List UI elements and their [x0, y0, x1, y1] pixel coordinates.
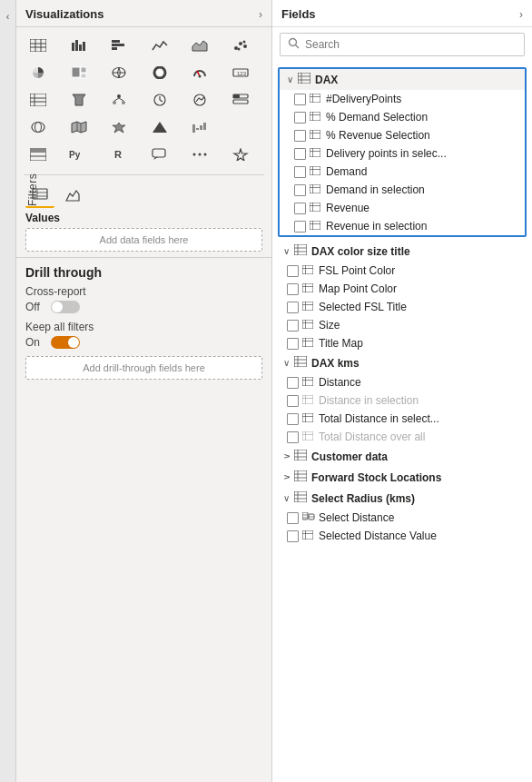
field-delivery-selec[interactable]: Delivery points in selec... [280, 144, 525, 163]
svg-rect-78 [310, 94, 320, 103]
viz-icon-line[interactable] [145, 33, 174, 58]
field-checkbox[interactable] [287, 413, 299, 425]
field-checkbox[interactable] [294, 112, 306, 124]
viz-icon-bar[interactable] [64, 33, 94, 58]
field-select-distance[interactable]: Select Distance [272, 509, 532, 527]
dax-group-header[interactable]: ∨ DAX [280, 69, 525, 90]
field-distance[interactable]: Distance [272, 373, 532, 391]
add-drill-fields-box[interactable]: Add drill-through fields here [25, 356, 262, 380]
field-checkbox[interactable] [287, 283, 299, 295]
dax-color-group-header[interactable]: ∨ DAX color size title [272, 241, 532, 262]
field-total-distance[interactable]: Total Distance in select... [272, 410, 532, 428]
svg-point-34 [117, 94, 121, 98]
search-icon [288, 37, 300, 52]
svg-rect-96 [310, 203, 320, 212]
svg-rect-18 [72, 67, 80, 77]
viz-icon-more[interactable] [185, 142, 214, 167]
field-checkbox[interactable] [294, 221, 306, 233]
keep-filters-toggle[interactable] [51, 336, 80, 349]
add-data-fields-box[interactable]: Add data fields here [25, 228, 262, 252]
viz-icon-globe[interactable] [24, 114, 53, 140]
viz-icon-table[interactable] [24, 33, 53, 58]
field-measure-icon [302, 320, 315, 331]
field-label: Selected Distance Value [319, 530, 437, 542]
analytics-icon[interactable] [58, 183, 87, 208]
viz-icon-nav[interactable] [145, 114, 174, 140]
viz-icon-r[interactable]: R [104, 142, 133, 167]
field-distance-selection[interactable]: Distance in selection [272, 391, 532, 410]
viz-icon-py[interactable]: Py [64, 142, 94, 167]
fields-list: ∨ DAX #DeliveryPoints % Demand Selec [272, 62, 532, 782]
viz-icon-pie[interactable] [24, 60, 53, 85]
field-revenue-selection[interactable]: % Revenue Selection [280, 126, 525, 144]
field-map-point-color[interactable]: Map Point Color [272, 280, 532, 298]
field-selected-fsl-title[interactable]: Selected FSL Title [272, 298, 532, 316]
field-checkbox[interactable] [287, 302, 299, 313]
field-demand-in-selection[interactable]: Demand in selection [280, 181, 525, 199]
viz-icon-shape-map[interactable] [104, 114, 133, 140]
viz-icon-funnel[interactable] [64, 87, 94, 113]
field-checkbox[interactable] [287, 377, 299, 389]
field-checkbox[interactable] [294, 184, 306, 196]
viz-icon-filled-map[interactable] [64, 114, 94, 140]
dax-kms-group-header[interactable]: ∨ DAX kms [272, 352, 532, 373]
drill-through-title: Drill through [25, 265, 262, 280]
field-demand[interactable]: Demand [280, 163, 525, 181]
keep-filters-label: Keep all filters [25, 321, 262, 333]
svg-point-15 [243, 45, 247, 48]
field-revenue-in-selection[interactable]: Revenue in selection [280, 217, 525, 235]
viz-icon-donut[interactable] [145, 60, 174, 85]
field-checkbox[interactable] [287, 431, 299, 443]
viz-icon-speech[interactable] [145, 142, 174, 167]
field-revenue[interactable]: Revenue [280, 199, 525, 217]
field-demand-selection[interactable]: % Demand Selection [280, 108, 525, 126]
field-checkbox[interactable] [294, 130, 306, 142]
field-checkbox[interactable] [287, 395, 299, 407]
svg-point-24 [157, 70, 163, 75]
viz-icon-scatter[interactable] [226, 33, 255, 58]
field-checkbox[interactable] [294, 203, 306, 214]
viz-icon-clock[interactable] [145, 87, 174, 113]
svg-point-65 [204, 153, 207, 156]
viz-icon-custom[interactable] [226, 142, 255, 167]
field-checkbox[interactable] [294, 148, 306, 160]
fields-panel-expand-icon[interactable]: › [519, 8, 523, 21]
viz-icon-table2[interactable] [24, 142, 53, 167]
viz-icon-matrix[interactable] [24, 87, 53, 113]
viz-icon-treemap[interactable] [64, 60, 94, 85]
field-selected-distance-value[interactable]: Selected Distance Value [272, 527, 532, 545]
field-title-map[interactable]: Title Map [272, 334, 532, 352]
viz-icon-waterfall[interactable] [185, 114, 214, 140]
field-checkbox[interactable] [287, 338, 299, 350]
viz-panel-expand-icon[interactable]: › [259, 8, 262, 21]
field-fsl-point-color[interactable]: FSL Point Color [272, 262, 532, 280]
cross-report-toggle[interactable] [51, 301, 80, 313]
collapse-viz-panel[interactable]: ‹ [0, 0, 16, 782]
search-input[interactable] [305, 38, 517, 51]
viz-icon-card[interactable]: 123 [226, 60, 255, 85]
viz-icon-gauge[interactable] [185, 60, 214, 85]
viz-icon-slicer[interactable] [226, 87, 255, 113]
viz-icon-hbar[interactable] [104, 33, 133, 58]
field-total-distance-over[interactable]: Total Distance over all [272, 428, 532, 446]
field-checkbox[interactable] [294, 166, 306, 178]
field-checkbox[interactable] [287, 530, 299, 542]
svg-point-26 [199, 75, 202, 78]
viz-icon-kpi[interactable] [185, 87, 214, 113]
viz-icon-decomp[interactable] [104, 87, 133, 113]
select-radius-group-header[interactable]: ∨ Select Radius (kms) [272, 488, 532, 509]
field-checkbox[interactable] [287, 512, 299, 524]
field-checkbox[interactable] [287, 265, 299, 277]
viz-icon-area[interactable] [185, 33, 214, 58]
field-measure-icon [310, 148, 322, 159]
field-checkbox[interactable] [287, 320, 299, 332]
svg-rect-90 [310, 166, 320, 175]
svg-rect-145 [294, 491, 307, 502]
field-delivery-points[interactable]: #DeliveryPoints [280, 90, 525, 108]
svg-point-17 [242, 41, 245, 44]
field-size[interactable]: Size [272, 316, 532, 334]
customer-data-group-header[interactable]: ∨ Customer data [272, 446, 532, 467]
field-checkbox[interactable] [294, 94, 306, 105]
forward-stock-group-header[interactable]: ∨ Forward Stock Locations [272, 467, 532, 488]
viz-icon-map[interactable] [104, 60, 133, 85]
